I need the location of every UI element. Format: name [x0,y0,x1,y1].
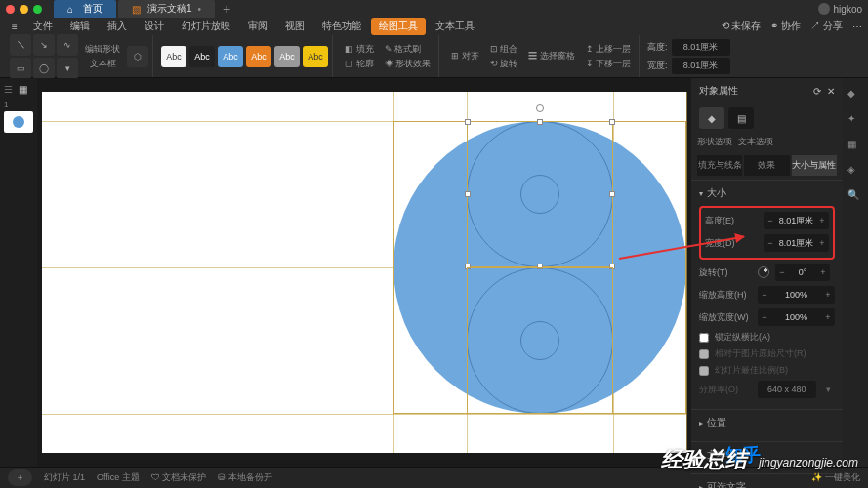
scale-h-stepper[interactable]: − 100% + [758,286,835,304]
down-layer-button[interactable]: ↧ 下移一层 [582,58,636,70]
handle-tl[interactable] [465,119,471,125]
subtab-text[interactable]: 文本选项 [738,136,773,148]
rotate-button[interactable]: ⟲ 旋转 [486,58,522,70]
panel-refresh-icon[interactable]: ⟳ [813,86,821,97]
shape-effect-button[interactable]: ◈ 形状效果 [381,58,435,70]
outline-view-icon[interactable]: ☰ [4,84,13,95]
shape-type-icon[interactable]: ◆ [699,107,724,129]
style-preset-6[interactable]: Abc [303,46,328,67]
scale-h-decr-icon[interactable]: − [758,290,771,300]
slide-thumb-1[interactable] [4,111,33,133]
app-menu-icon[interactable]: ≡ [6,21,23,32]
shape-oval-icon[interactable]: ◯ [33,58,55,79]
menu-review[interactable]: 审阅 [240,18,275,35]
handle-tm[interactable] [537,119,543,125]
resolution-button[interactable]: 640 x 480 [758,381,816,398]
rotate-value[interactable]: 0° [789,267,816,277]
strip-search-icon[interactable]: 🔍 [847,189,863,205]
style-preset-2[interactable]: Abc [189,46,215,67]
outline-button[interactable]: ▢ 轮廓 [341,58,378,70]
menu-drawtools[interactable]: 绘图工具 [371,18,426,35]
group-button[interactable]: ⊡ 组合 [486,43,522,56]
menu-special[interactable]: 特色功能 [314,18,369,35]
status-backup[interactable]: ⛁ 本地备份开 [218,471,272,484]
section-textbox-title[interactable]: 文本框 [699,448,835,462]
text-type-icon[interactable]: ▤ [728,107,754,129]
menu-edit[interactable]: 编辑 [62,18,98,35]
maximize-window-icon[interactable] [33,5,42,14]
rotate-handle[interactable] [536,104,544,112]
height-incr-icon[interactable]: + [815,216,829,225]
status-beautify[interactable]: ✨ 一键美化 [811,471,860,484]
ribbon-height-value[interactable]: 8.01厘米 [672,39,730,56]
handle-mr[interactable] [609,191,615,197]
panel-close-icon[interactable]: ✕ [827,86,835,97]
style-preset-3[interactable]: Abc [218,46,243,67]
scale-w-incr-icon[interactable]: + [821,312,835,322]
tab-size-props[interactable]: 大小与属性 [792,155,837,176]
lock-aspect-checkbox[interactable] [699,333,709,343]
scale-w-value[interactable]: 100% [771,312,821,322]
menu-insert[interactable]: 插入 [100,18,135,35]
width-incr-icon[interactable]: + [815,238,829,248]
shape-curve-icon[interactable]: ∿ [57,34,78,56]
share-button[interactable]: ↗ 分享 [810,20,843,33]
collab-button[interactable]: ⚭ 协作 [770,20,801,33]
unsaved-indicator[interactable]: ⟲ 未保存 [722,20,762,33]
scale-w-decr-icon[interactable]: − [758,312,771,322]
user-area[interactable]: higkoo [818,3,862,15]
lock-aspect-row[interactable]: 锁定纵横比(A) [699,331,835,344]
canvas-area[interactable] [37,78,691,467]
handle-tr[interactable] [609,119,615,125]
new-tab-button[interactable]: + [223,1,230,17]
add-slide-button[interactable]: ＋ [8,469,32,486]
menu-file[interactable]: 文件 [25,18,61,35]
menu-view[interactable]: 视图 [277,18,312,35]
section-position-title[interactable]: 位置 [699,416,835,429]
edit-shape-button[interactable]: 编辑形状 [81,43,124,56]
rotate-incr-icon[interactable]: + [816,267,830,277]
shape-rect-icon[interactable]: ▭ [10,58,31,79]
status-protect[interactable]: 🛡 文档未保护 [151,471,207,484]
up-layer-button[interactable]: ↥ 上移一层 [582,43,636,56]
slide[interactable] [42,92,686,453]
textbox-button[interactable]: 文本框 [86,58,120,70]
width-value[interactable]: 8.01厘米 [777,237,815,250]
shape-arrow-icon[interactable]: ↘ [33,34,55,56]
style-preset-5[interactable]: Abc [274,46,300,67]
shape-line-icon[interactable]: ＼ [10,34,31,56]
scale-h-value[interactable]: 100% [771,290,821,300]
scale-h-incr-icon[interactable]: + [821,290,835,300]
rotate-stepper[interactable]: − 0° + [775,264,830,281]
close-window-icon[interactable] [6,5,15,14]
resolution-dropdown-icon[interactable]: ▾ [822,385,831,394]
style-preset-1[interactable]: Abc [161,46,186,67]
align-button[interactable]: ⊞ 对齐 [447,50,483,62]
merge-shapes-icon[interactable]: ⬡ [127,46,148,67]
rotate-dial-icon[interactable] [758,266,769,278]
scale-w-stepper[interactable]: − 100% + [758,308,835,326]
thumb-view-icon[interactable]: ▦ [19,84,27,95]
width-stepper[interactable]: − 8.01厘米 + [764,234,829,252]
subtab-shape[interactable]: 形状选项 [697,136,732,148]
ribbon-width-value[interactable]: 8.01厘米 [672,58,730,74]
fill-button[interactable]: ◧ 填充 [341,43,378,56]
height-stepper[interactable]: − 8.01厘米 + [764,212,829,229]
height-decr-icon[interactable]: − [764,216,777,225]
rotate-decr-icon[interactable]: − [775,267,789,277]
minimize-window-icon[interactable] [20,5,28,14]
tab-fill-line[interactable]: 填充与线条 [697,155,742,176]
format-painter-button[interactable]: ✎ 格式刷 [381,43,435,56]
tab-document[interactable]: ▧ 演示文稿1 • [118,0,215,18]
width-decr-icon[interactable]: − [764,238,777,248]
tab-effect[interactable]: 效果 [744,155,789,176]
handle-ml[interactable] [465,191,471,197]
shape-more-icon[interactable]: ▾ [57,58,78,79]
menu-design[interactable]: 设计 [137,18,172,35]
style-preset-4[interactable]: Abc [246,46,271,67]
select-pane-button[interactable]: ☰ 选择窗格 [524,50,579,62]
tab-home[interactable]: ⌂ 首页 [54,0,116,18]
section-size-title[interactable]: 大小 [699,186,835,200]
strip-slide-icon[interactable]: ▦ [847,139,863,154]
menu-texttools[interactable]: 文本工具 [428,18,482,35]
